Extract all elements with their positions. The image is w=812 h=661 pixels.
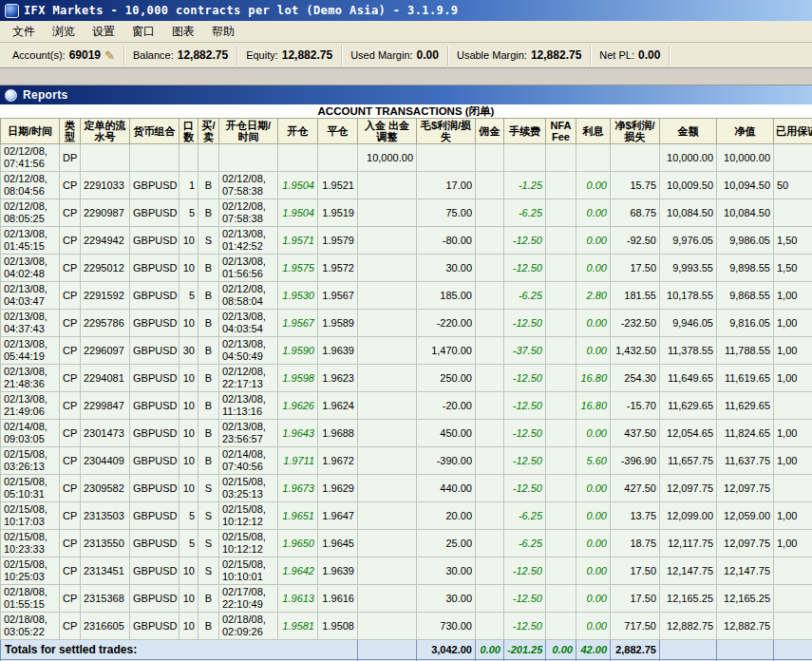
cell-lots: 5: [179, 282, 198, 310]
menu-item[interactable]: 浏览: [44, 22, 84, 42]
cell-nfa-fee: [546, 227, 576, 255]
cell-pair: GBPUSD: [130, 172, 179, 199]
column-header[interactable]: 类型: [60, 119, 81, 144]
cell-lots: 10: [179, 475, 198, 502]
cell-fee: -12.50: [504, 613, 546, 640]
cell-net-pl: 68.75: [611, 199, 660, 227]
cell-date: 02/13/08, 21:49:06: [1, 392, 60, 420]
column-header[interactable]: 入金 出金 调整: [358, 119, 417, 144]
table-row[interactable]: 02/13/08, 01:45:15 CP 2294942 GBPUSD 10 …: [1, 227, 812, 255]
cell-type: CP: [60, 502, 81, 530]
cell-lots: 10: [179, 392, 198, 420]
table-row[interactable]: 02/15/08, 10:23:33 CP 2313550 GBPUSD 5 S…: [1, 530, 812, 557]
table-row[interactable]: 02/13/08, 21:49:06 CP 2299847 GBPUSD 10 …: [1, 392, 812, 420]
menu-item[interactable]: 设置: [84, 22, 123, 42]
cell-pair: GBPUSD: [130, 365, 179, 392]
account-label: Account(s):: [12, 49, 66, 61]
cell-amount: 10,000.00: [660, 144, 717, 172]
table-row[interactable]: 02/12/08, 08:04:56 CP 2291033 GBPUSD 1 B…: [1, 172, 812, 199]
cell-commission: [476, 227, 504, 255]
cell-lots: 10: [179, 310, 198, 337]
column-header[interactable]: 金额: [660, 119, 717, 144]
cell-nfa-fee: [546, 255, 576, 282]
cell-order: 2295786: [81, 310, 130, 337]
menu-item[interactable]: 帮助: [203, 22, 243, 42]
cell-open-price: 1.9504: [278, 172, 318, 199]
cell-deposit: [358, 365, 417, 392]
cell-commission: [476, 447, 504, 475]
cell-amount: 12,117.75: [660, 530, 717, 557]
column-header[interactable]: 已用保证金: [774, 119, 812, 144]
menu-item[interactable]: 图表: [163, 22, 203, 42]
menu-item[interactable]: 文件: [4, 22, 44, 42]
cell-type: CP: [60, 585, 81, 613]
menu-bar: 文件 浏览 设置 窗口 图表 帮助: [0, 21, 812, 43]
cell-open-time: 02/13/08, 01:56:56: [219, 255, 278, 282]
cell-date: 02/15/08, 10:17:03: [1, 502, 60, 530]
cell-used-margin: [774, 557, 812, 585]
cell-close-price: 1.9672: [318, 447, 358, 475]
menu-item[interactable]: 窗口: [123, 22, 163, 42]
cell-lots: 10: [179, 365, 198, 392]
column-header[interactable]: 货币组合: [130, 119, 179, 144]
cell-amount: 9,946.05: [660, 310, 717, 337]
title-bar[interactable]: IFX Markets - 10,000 contracts per lot (…: [0, 0, 812, 21]
window-title: IFX Markets - 10,000 contracts per lot (…: [24, 4, 458, 17]
edit-pencil-icon[interactable]: ✎: [104, 49, 115, 62]
table-row[interactable]: 02/15/08, 05:10:31 CP 2309582 GBPUSD 10 …: [1, 475, 812, 502]
cell-nfa-fee: [546, 447, 576, 475]
column-header[interactable]: 利息: [576, 119, 611, 144]
cell-open-time: 02/12/08, 08:58:04: [219, 282, 278, 310]
column-header[interactable]: NFA Fee: [546, 119, 576, 144]
table-row[interactable]: 02/14/08, 09:03:05 CP 2301473 GBPUSD 10 …: [1, 420, 812, 447]
column-header[interactable]: 佣金: [476, 119, 504, 144]
column-header[interactable]: 净值: [717, 119, 774, 144]
cell-type: DP: [60, 144, 81, 172]
table-row[interactable]: 02/18/08, 01:55:15 CP 2315368 GBPUSD 10 …: [1, 585, 812, 613]
cell-commission: [476, 337, 504, 365]
table-row[interactable]: 02/12/08, 08:05:25 CP 2290987 GBPUSD 5 B…: [1, 199, 812, 227]
cell-equity: 12,147.75: [717, 557, 774, 585]
column-header[interactable]: 日期/时间: [1, 119, 60, 144]
cell-equity: 11,788.55: [717, 337, 774, 365]
cell-net-pl: 254.30: [611, 365, 660, 392]
column-header[interactable]: 定单的流水号: [81, 119, 130, 144]
transactions-table: 日期/时间 类型 定单的流水号 货币组合 口数 买/卖 开仓日期/时间 开仓: [0, 118, 812, 661]
reports-title-bar[interactable]: Reports: [0, 85, 812, 104]
column-header[interactable]: 净$利润/损失: [611, 119, 660, 144]
cell-commission: [476, 282, 504, 310]
column-header[interactable]: 开仓: [278, 119, 318, 144]
cell-open-time: 02/13/08, 04:03:54: [219, 310, 278, 337]
table-row[interactable]: 02/13/08, 04:03:47 CP 2291592 GBPUSD 5 B…: [1, 282, 812, 310]
table-row[interactable]: 02/12/08, 07:41:56 DP 10,000.00: [1, 144, 812, 172]
cell-open-price: 1.9571: [278, 227, 318, 255]
cell-pair: GBPUSD: [130, 557, 179, 585]
table-row[interactable]: 02/15/08, 10:25:03 CP 2313451 GBPUSD 10 …: [1, 557, 812, 585]
column-header[interactable]: 手续费: [504, 119, 546, 144]
cell-net-pl: 717.50: [611, 613, 660, 640]
table-row[interactable]: 02/15/08, 10:17:03 CP 2313503 GBPUSD 5 S…: [1, 502, 812, 530]
table-row[interactable]: 02/13/08, 21:48:36 CP 2294081 GBPUSD 10 …: [1, 365, 812, 392]
column-header[interactable]: 口数: [179, 119, 198, 144]
cell-close-price: 1.9589: [318, 310, 358, 337]
cell-amount: 12,147.75: [660, 557, 717, 585]
table-row[interactable]: 02/15/08, 03:26:13 CP 2304409 GBPUSD 10 …: [1, 447, 812, 475]
cell-open-price: 1.9643: [278, 420, 318, 447]
table-row[interactable]: 02/13/08, 04:37:43 CP 2295786 GBPUSD 10 …: [1, 310, 812, 337]
cell-nfa-fee: [546, 420, 576, 447]
cell-type: CP: [60, 447, 81, 475]
table-row[interactable]: 02/13/08, 05:44:19 CP 2296097 GBPUSD 30 …: [1, 337, 812, 365]
cell-lots: 1: [179, 172, 198, 199]
account-value: 69019: [69, 48, 101, 62]
column-header[interactable]: 开仓日期/时间: [219, 119, 278, 144]
cell-open-price: 1.9590: [278, 337, 318, 365]
cell-amount: 11,629.65: [660, 392, 717, 420]
table-row[interactable]: 02/13/08, 04:02:48 CP 2295012 GBPUSD 10 …: [1, 255, 812, 282]
column-header[interactable]: 买/卖: [198, 119, 219, 144]
cell-open-price: 1.9626: [278, 392, 318, 420]
account-selector[interactable]: Account(s): 69019 ✎: [4, 46, 124, 66]
column-header[interactable]: 平仓: [318, 119, 358, 144]
cell-side: S: [198, 530, 219, 557]
column-header[interactable]: 毛$利润/损失: [417, 119, 476, 144]
table-row[interactable]: 02/18/08, 03:05:22 CP 2316605 GBPUSD 10 …: [1, 613, 812, 640]
